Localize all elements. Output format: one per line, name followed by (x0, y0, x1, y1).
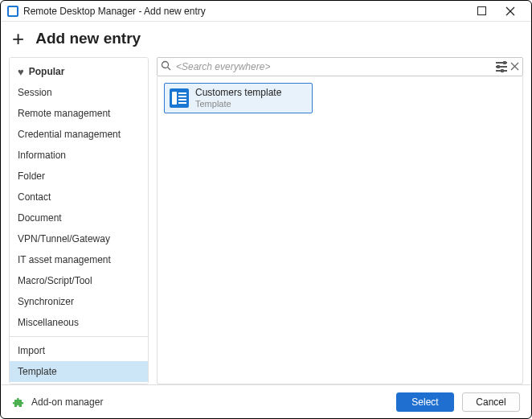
addon-manager-link[interactable]: Add-on manager (12, 396, 103, 409)
sidebar-item-label: Session (18, 87, 52, 98)
window-frame: Remote Desktop Manager - Add new entry +… (0, 0, 532, 419)
sidebar-item-label: Popular (29, 66, 65, 77)
sidebar-item-label: Information (18, 150, 66, 161)
svg-line-4 (168, 68, 171, 71)
sidebar-item-label: Template (18, 366, 57, 377)
page-title: Add new entry (35, 30, 141, 47)
sidebar-item-it-asset-management[interactable]: IT asset management (10, 249, 148, 270)
template-icon (170, 88, 189, 108)
cancel-button[interactable]: Cancel (462, 392, 520, 412)
result-subtitle: Template (195, 99, 281, 109)
window-title: Remote Desktop Manager - Add new entry (23, 6, 206, 17)
sidebar-item-popular[interactable]: ♥ Popular (10, 61, 148, 82)
search-icon (161, 60, 171, 73)
sidebar-item-label: Contact (18, 191, 51, 203)
heart-icon: ♥ (18, 66, 24, 78)
sidebar-item-label: IT asset management (18, 254, 111, 265)
plus-icon: + (12, 28, 24, 49)
sidebar-item-label: Credential management (18, 129, 121, 140)
sidebar-item-credential-management[interactable]: Credential management (10, 124, 148, 145)
sidebar-item-label: Miscellaneous (18, 317, 79, 328)
app-icon (7, 6, 18, 17)
search-input[interactable] (174, 60, 493, 73)
svg-rect-0 (477, 7, 485, 15)
sidebar-item-label: Remote management (18, 108, 110, 119)
sidebar-item-label: Document (18, 212, 62, 224)
sidebar-item-contact[interactable]: Contact (10, 187, 148, 207)
sidebar-separator (10, 336, 148, 337)
puzzle-icon (12, 396, 25, 409)
sidebar-item-label: VPN/Tunnel/Gateway (18, 233, 110, 244)
maximize-button[interactable] (467, 2, 496, 21)
sidebar-item-import[interactable]: Import (10, 340, 148, 361)
result-item-customers-template[interactable]: Customers template Template (164, 83, 313, 113)
maximize-icon (477, 6, 486, 15)
close-button[interactable] (496, 2, 525, 21)
sidebar-item-label: Import (18, 345, 45, 356)
result-text: Customers template Template (195, 87, 281, 109)
sidebar-item-miscellaneous[interactable]: Miscellaneous (10, 312, 148, 333)
sidebar-item-label: Folder (18, 170, 45, 182)
sidebar-item-macro-script-tool[interactable]: Macro/Script/Tool (10, 270, 148, 291)
sidebar-item-template[interactable]: Template (10, 361, 148, 382)
select-button[interactable]: Select (396, 392, 454, 412)
sidebar-item-synchronizer[interactable]: Synchronizer (10, 291, 148, 312)
sidebar-item-label: Synchronizer (18, 296, 74, 307)
search-bar (157, 57, 523, 76)
category-sidebar: ♥ Popular Session Remote management Cred… (9, 57, 149, 384)
svg-point-3 (162, 62, 169, 68)
sidebar-item-folder[interactable]: Folder (10, 166, 148, 187)
search-options-icon[interactable] (496, 62, 507, 72)
close-icon (505, 6, 515, 16)
page-header: + Add new entry (1, 22, 531, 57)
clear-search-icon[interactable] (510, 61, 519, 73)
sidebar-item-remote-management[interactable]: Remote management (10, 103, 148, 124)
sidebar-item-document[interactable]: Document (10, 207, 148, 228)
footer: Add-on manager Select Cancel (1, 384, 531, 418)
addon-manager-label: Add-on manager (31, 396, 103, 408)
sidebar-item-session[interactable]: Session (10, 82, 148, 103)
titlebar: Remote Desktop Manager - Add new entry (1, 1, 531, 22)
sidebar-item-information[interactable]: Information (10, 145, 148, 166)
results-panel: Customers template Template (157, 76, 523, 384)
result-title: Customers template (195, 87, 281, 98)
sidebar-item-label: Macro/Script/Tool (18, 275, 92, 286)
sidebar-item-vpn-tunnel-gateway[interactable]: VPN/Tunnel/Gateway (10, 228, 148, 249)
main-panel: Customers template Template (157, 57, 523, 384)
